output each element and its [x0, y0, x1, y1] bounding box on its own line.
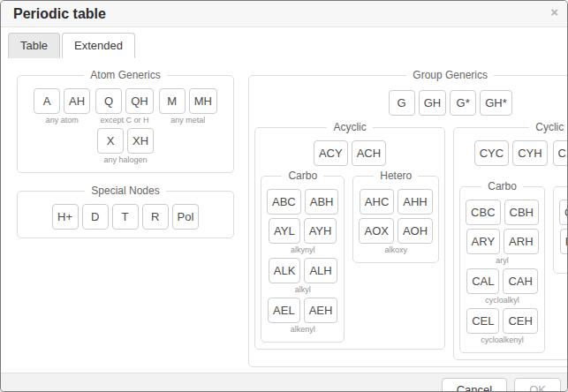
- atom-generics-hint: any atom: [46, 116, 79, 124]
- atom-generics-buttons: MMH: [159, 88, 217, 114]
- fieldset-group-generics: Group GenericsGGHG*GH*AcyclicACYACHCarbo…: [248, 69, 568, 367]
- special-nodes-button-pol[interactable]: Pol: [172, 204, 200, 230]
- atom-generics-button-m[interactable]: M: [159, 88, 186, 114]
- group-generics-cyclic-hetero-buttons: CHCCHH: [559, 200, 568, 225]
- atom-generics-button-x[interactable]: X: [97, 128, 124, 154]
- group-generics-section: Group GenericsGGHG*GH*AcyclicACYACHCarbo…: [248, 69, 568, 367]
- group-generics-cyclic-hetero-button-har[interactable]: HAR: [560, 229, 568, 254]
- group-generics-cyclic-buttons: CYCCYH: [474, 140, 548, 166]
- group-generics-cyclic-carbo-button-cbc[interactable]: CBC: [466, 200, 500, 225]
- tab-bar: Table Extended: [1, 27, 567, 58]
- group-generics-button-g-star[interactable]: G*: [450, 90, 476, 116]
- atom-generics-button-mh[interactable]: MH: [189, 88, 217, 114]
- atom-generics-buttons: QQH: [95, 88, 154, 114]
- group-generics-acyclic-carbo-buttons: AELAEH: [268, 298, 337, 323]
- special-nodes-group: H+DTRPol: [52, 204, 200, 230]
- atom-generics-group: QQHexcept C or H: [95, 88, 154, 124]
- group-generics-cyclic-button-cxx[interactable]: CXX: [553, 140, 568, 166]
- group-generics-cyclic-carbo-row: CELCEHcycloalkenyl: [466, 308, 539, 344]
- group-generics-cyclic-carbo-hint: cycloalkenyl: [481, 335, 524, 344]
- close-icon[interactable]: ×: [550, 5, 558, 19]
- left-column: Atom GenericsAAHany atomQQHexcept C or H…: [17, 69, 234, 367]
- group-generics-cyclic-carbo-button-cal[interactable]: CAL: [466, 268, 499, 294]
- group-generics-acyclic-hetero-row: AOXAOHalkoxy: [359, 218, 433, 254]
- group-generics-acyclic-carbo-hint: alkynyl: [291, 245, 315, 254]
- group-generics-button-g[interactable]: G: [389, 90, 415, 116]
- group-generics-legend: Group Generics: [406, 69, 494, 81]
- group-generics-cyclic-carbo-buttons: ARYARH: [466, 229, 539, 254]
- atom-generics-legend: Atom Generics: [84, 69, 166, 81]
- atom-generics-button-xh[interactable]: XH: [127, 128, 154, 154]
- group-generics-cyclic-carbo-button-arh[interactable]: ARH: [504, 229, 538, 254]
- atom-generics-hint: any metal: [170, 116, 205, 124]
- special-nodes-button-t[interactable]: T: [112, 204, 139, 230]
- group-generics-acyclic-carbo-row: AELAEHalkenyl: [267, 298, 338, 334]
- group-generics-cyclic-hetero-row: HARHAHhetero aryl: [559, 229, 568, 265]
- group-generics-cyclic-carbo-button-ary[interactable]: ARY: [466, 229, 501, 254]
- group-generics-cyclic-subsections: CarboCBCCBHARYARHarylCALCAHcycloalkylCEL…: [459, 180, 568, 353]
- special-nodes-button-r[interactable]: R: [142, 204, 169, 230]
- group-generics-acyclic-carbo-row: ALKALHalkyl: [267, 258, 338, 294]
- special-nodes-button-d[interactable]: D: [82, 204, 109, 230]
- group-generics-cyclic-hetero-group: HARHAHhetero aryl: [560, 229, 568, 265]
- group-generics-buttons: GGHG*GH*: [389, 90, 512, 116]
- group-generics-acyclic-hetero-button-aox[interactable]: AOX: [359, 218, 393, 244]
- atom-generics-button-ah[interactable]: AH: [64, 88, 90, 114]
- group-generics-subsections: AcyclicACYACHCarboABCABHAYLAYHalkynylALK…: [254, 121, 568, 360]
- group-generics-cyclic-button-cyh[interactable]: CYH: [512, 140, 547, 166]
- group-generics-cyclic-row: CYCCYHCXXCXHno carbon: [459, 140, 568, 177]
- cancel-button[interactable]: Cancel: [442, 378, 507, 392]
- group-generics-cyclic-hetero-button-chc[interactable]: CHC: [559, 200, 568, 225]
- group-generics-acyclic-hetero-hint: alkoxy: [385, 245, 408, 254]
- group-generics-cyclic-carbo-button-cbh[interactable]: CBH: [504, 200, 539, 225]
- dialog-title: Periodic table: [13, 6, 106, 21]
- special-nodes-button-h-plus[interactable]: H+: [52, 204, 79, 230]
- fieldset-group-generics-acyclic: AcyclicACYACHCarboABCABHAYLAYHalkynylALK…: [254, 121, 445, 350]
- group-generics-button-gh-star[interactable]: GH*: [480, 90, 512, 116]
- group-generics-cyclic-carbo-button-ceh[interactable]: CEH: [503, 308, 537, 334]
- group-generics-cyclic-legend: Cyclic: [529, 121, 568, 133]
- atom-generics-row: XXHany halogen: [23, 128, 228, 164]
- group-generics-acyclic-hetero-group: AHCAHH: [360, 189, 433, 215]
- group-generics-acyclic-button-ach[interactable]: ACH: [352, 140, 386, 166]
- atom-generics-group: AAHany atom: [34, 88, 90, 124]
- atom-generics-hint: except C or H: [100, 116, 148, 124]
- tab-table[interactable]: Table: [8, 33, 60, 58]
- group-generics-cyclic-hetero-row: CHCCHH: [559, 200, 568, 225]
- atom-generics-button-qh[interactable]: QH: [125, 88, 154, 114]
- group-generics-acyclic-carbo-group: AYLAYHalkynyl: [269, 218, 337, 254]
- group-generics-acyclic-carbo-buttons: ABCABH: [267, 189, 338, 215]
- group-generics-acyclic-carbo-button-aeh[interactable]: AEH: [304, 298, 338, 323]
- fieldset-group-generics-cyclic-carbo: CarboCBCCBHARYARHarylCALCAHcycloalkylCEL…: [459, 180, 545, 353]
- group-generics-acyclic-carbo-button-ayl[interactable]: AYL: [269, 218, 300, 244]
- group-generics-acyclic-row: ACYACH: [261, 140, 439, 166]
- group-generics-acyclic-carbo-button-abc[interactable]: ABC: [267, 189, 301, 215]
- group-generics-acyclic-carbo-button-abh[interactable]: ABH: [305, 189, 339, 215]
- group-generics-cyclic-button-cyc[interactable]: CYC: [474, 140, 509, 166]
- special-nodes-section: Special NodesH+DTRPol: [17, 185, 234, 238]
- group-generics-cyclic-carbo-button-cah[interactable]: CAH: [503, 268, 537, 294]
- atom-generics-button-q[interactable]: Q: [95, 88, 122, 114]
- group-generics-acyclic-hetero-buttons: AOXAOH: [359, 218, 433, 244]
- ok-button[interactable]: OK: [514, 378, 561, 392]
- group-generics-acyclic-carbo-button-ael[interactable]: AEL: [268, 298, 300, 323]
- group-generics-acyclic-button-acy[interactable]: ACY: [314, 140, 348, 166]
- fieldset-group-generics-cyclic-hetero: HeteroCHCCHHHARHAHhetero aryl: [553, 180, 568, 274]
- group-generics-acyclic-carbo-group: AELAEHalkenyl: [268, 298, 337, 334]
- group-generics-acyclic-hetero-button-aoh[interactable]: AOH: [398, 218, 433, 244]
- group-generics-acyclic-carbo-button-alh[interactable]: ALH: [304, 258, 337, 283]
- atom-generics-buttons: AAH: [34, 88, 90, 114]
- group-generics-acyclic-carbo-button-ayh[interactable]: AYH: [304, 218, 337, 244]
- group-generics-acyclic-hetero-group: AOXAOHalkoxy: [359, 218, 433, 254]
- group-generics-acyclic-hetero-button-ahc[interactable]: AHC: [360, 189, 394, 215]
- group-generics-cyclic-carbo-row: CALCAHcycloalkyl: [466, 268, 539, 305]
- group-generics-acyclic-hetero-button-ahh[interactable]: AHH: [398, 189, 432, 215]
- atom-generics-button-a[interactable]: A: [34, 88, 60, 114]
- fieldset-group-generics-acyclic-hetero: HeteroAHCAHHAOXAOHalkoxy: [352, 170, 439, 263]
- fieldset-group-generics-cyclic: CyclicCYCCYHCXXCXHno carbonCarboCBCCBHAR…: [453, 121, 568, 360]
- tab-extended[interactable]: Extended: [62, 33, 135, 58]
- group-generics-acyclic-carbo-button-alk[interactable]: ALK: [269, 258, 301, 283]
- group-generics-cyclic-carbo-button-cel[interactable]: CEL: [466, 308, 499, 334]
- group-generics-cyclic-hetero-buttons: HARHAH: [560, 229, 568, 254]
- group-generics-button-gh[interactable]: GH: [419, 90, 447, 116]
